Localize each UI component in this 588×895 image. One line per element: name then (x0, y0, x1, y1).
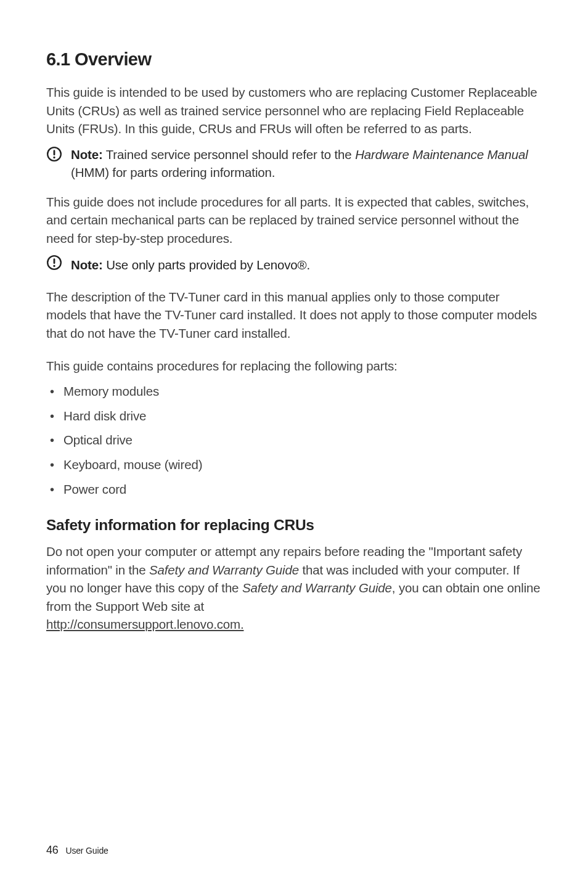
support-link[interactable]: http://consumersupport.lenovo.com. (46, 617, 243, 631)
exclamation-circle-icon (46, 255, 62, 276)
guide-limitation-paragraph: This guide does not include procedures f… (46, 193, 542, 248)
note-block-2: Note: Use only parts provided by Lenovo®… (46, 255, 542, 276)
note-label: Note: (71, 258, 103, 272)
tv-tuner-paragraph: The description of the TV-Tuner card in … (46, 288, 542, 343)
note-2-body: Use only parts provided by Lenovo®. (103, 258, 310, 272)
list-item: Hard disk drive (46, 407, 542, 425)
svg-rect-1 (54, 150, 55, 155)
list-item: Optical drive (46, 431, 542, 449)
svg-point-2 (53, 156, 55, 158)
safety-subheading: Safety information for replacing CRUs (46, 517, 542, 534)
note-1-italic: Hardware Maintenance Manual (355, 147, 528, 161)
page-footer: 46 User Guide (46, 844, 108, 857)
list-item: Power cord (46, 481, 542, 499)
parts-list: Memory modules Hard disk drive Optical d… (46, 383, 542, 498)
exclamation-circle-icon (46, 146, 62, 167)
note-block-1: Note: Trained service personnel should r… (46, 145, 542, 182)
safety-italic-2: Safety and Warranty Guide (242, 581, 392, 595)
note-1-suffix: (HMM) for parts ordering information. (71, 165, 275, 179)
note-label: Note: (71, 147, 103, 161)
note-1-prefix: Trained service personnel should refer t… (103, 147, 356, 161)
section-heading: 6.1 Overview (46, 49, 542, 70)
note-2-text: Note: Use only parts provided by Lenovo®… (70, 256, 310, 274)
svg-point-5 (53, 265, 55, 267)
svg-rect-4 (54, 258, 55, 264)
note-1-text: Note: Trained service personnel should r… (70, 145, 542, 182)
list-item: Keyboard, mouse (wired) (46, 456, 542, 474)
page-number: 46 (46, 844, 59, 856)
safety-paragraph: Do not open your computer or attempt any… (46, 542, 542, 634)
list-item: Memory modules (46, 383, 542, 401)
intro-paragraph: This guide is intended to be used by cus… (46, 83, 542, 138)
safety-italic-1: Safety and Warranty Guide (149, 563, 299, 577)
footer-label: User Guide (65, 846, 108, 856)
parts-intro-paragraph: This guide contains procedures for repla… (46, 357, 542, 375)
